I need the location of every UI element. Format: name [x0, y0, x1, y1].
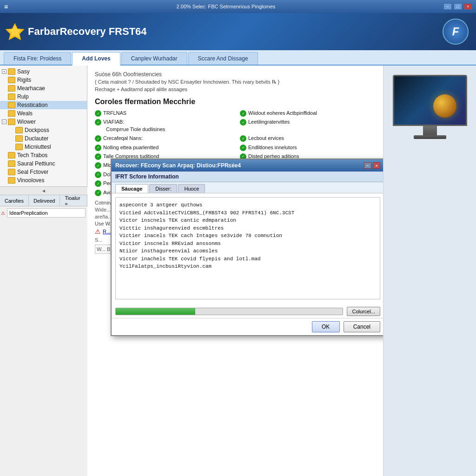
folder-seal: [8, 169, 15, 175]
check-icon-1: ✓: [95, 119, 101, 126]
tabs-bar: Fista Fire: Proidess Add Loves Canplev W…: [0, 50, 476, 66]
title-bar: 🖥 2.00% Selec: FBC Setrmenrious Pinglome…: [0, 0, 476, 13]
bottom-tab-carofies[interactable]: Carofies: [0, 195, 29, 206]
log-line-5: Victior inscnels RREviad anssonms: [119, 240, 376, 248]
progress-bar: [115, 308, 343, 315]
log-line-7: Victor inachels TEK covid flyepis and lo…: [119, 255, 376, 263]
check-item-r2: ✓ Lecbout ervices: [240, 135, 376, 142]
folder-vinooloves: [8, 177, 15, 184]
log-line-8: YcilFalatps_incbusiRtyvion.cam: [119, 263, 376, 271]
sidebar-item-wiower[interactable]: − Wiower: [0, 118, 87, 126]
bottom-search-input[interactable]: [7, 208, 86, 218]
expand-sasy[interactable]: +: [2, 69, 7, 74]
tab-1[interactable]: Add Loves: [72, 52, 120, 66]
sidebar-item-tech-trabos[interactable]: Tech Trabos: [0, 151, 87, 159]
check-icon-3: ✓: [95, 145, 101, 151]
dialog-close-button[interactable]: ×: [373, 162, 380, 169]
heading2: { Ceta malnoit ? / Shoutaded by NSC Ensa…: [95, 79, 376, 85]
folder-resstication: [8, 102, 15, 108]
check-item-0: ✓ TRFLNAS: [95, 110, 231, 117]
bottom-tab-delirveed[interactable]: Delirveed: [29, 195, 60, 206]
bottom-tab-tioalur[interactable]: Tioalur »: [60, 195, 87, 206]
monitor-base: : [414, 135, 446, 139]
error-badge: ⚠: [95, 228, 101, 235]
scroll-left-icon[interactable]: ◄: [41, 188, 46, 193]
sidebar-item-mearhacae[interactable]: Mearhacae: [0, 84, 87, 93]
star-icon: [6, 22, 24, 41]
progress-bar-fill: [116, 308, 195, 315]
check-icon-r1: ✓: [240, 119, 246, 126]
check-item-r0: ✓ Wiidout eoheres Actbpinffidoal: [240, 110, 376, 117]
app-logo-right: F: [443, 19, 469, 45]
check-icon-r3: ✓: [240, 145, 246, 151]
folder-weals: [8, 110, 15, 117]
app-title: FarbarRecovery FRST64: [28, 26, 147, 38]
folder-duclauter: [15, 135, 23, 142]
check-icon-2: ✓: [95, 135, 101, 142]
tab-2[interactable]: Canplev Wurhadar: [121, 52, 187, 65]
sidebar-item-dockposs[interactable]: Dockposs: [0, 126, 87, 134]
log-line-1: Victied AdctvaliteCTViCBRS_(FRBST43 902 …: [119, 209, 376, 217]
content-area: + Sasy Rigits Mearhacae Rulp: [0, 66, 476, 476]
ok-button[interactable]: OK: [312, 321, 340, 332]
check-icon-7: ✓: [95, 180, 101, 187]
sidebar-item-sasy[interactable]: + Sasy: [0, 67, 87, 76]
maximize-button[interactable]: □: [454, 3, 462, 10]
folder-rigits: [8, 77, 15, 83]
dialog-title-text: Recover: FEcony Scan Arpaq: Distiou:FPR≤…: [115, 162, 241, 169]
check-icon-r0: ✓: [240, 110, 246, 117]
check-icon-0: ✓: [95, 110, 101, 117]
monitor-screen: [393, 75, 467, 126]
sidebar-item-vinooloves[interactable]: Vinooloves: [0, 176, 87, 185]
sidebar-item-resstication[interactable]: Resstication: [0, 101, 87, 109]
app-window: FarbarRecovery FRST64 F Fista Fire: Proi…: [0, 13, 476, 476]
close-button[interactable]: ×: [464, 3, 472, 10]
monitor-globe: [433, 94, 456, 118]
dialog-tab-2[interactable]: Huoce: [178, 184, 205, 193]
folder-mearhacae: [8, 85, 15, 92]
log-line-0: aspeconte 3 antgeer quthows: [119, 201, 376, 209]
dialog-minimize-button[interactable]: −: [364, 162, 371, 169]
cancel-scan-button[interactable]: Colurcel...: [347, 307, 380, 316]
expand-wiower[interactable]: −: [2, 119, 7, 124]
heading1: Suóse 66h Ooofriestencies: [95, 71, 376, 78]
dialog-title-bar: Recover: FEcony Scan Arpaq: Distiou:FPR≤…: [112, 159, 383, 172]
dialog-tab-1[interactable]: Disser:: [149, 184, 177, 193]
sidebar-item-rulp[interactable]: Rulp: [0, 93, 87, 101]
folder-rulp: [8, 93, 15, 100]
folder-wiower: [8, 119, 15, 125]
folder-micniuttesl: [15, 144, 23, 150]
log-line-6: Ntiior insthagureenvial acomsles: [119, 247, 376, 255]
tab-3[interactable]: Sccare And Dissage: [188, 52, 258, 65]
check-item-1: ✓ VIAFIAB: Comprrue Tiole dudlisines: [95, 119, 231, 133]
sidebar-item-seal[interactable]: Seal Fctover: [0, 168, 87, 176]
log-line-3: Victtic inshagureenvied escmbltres: [119, 225, 376, 232]
link1[interactable]: R...: [103, 229, 111, 234]
app-header: FarbarRecovery FRST64 F: [0, 13, 476, 50]
check-icon-4: ✓: [95, 153, 101, 160]
dialog-tabs: Sáucage Disser: Huoce: [112, 182, 383, 193]
sidebar: + Sasy Rigits Mearhacae Rulp: [0, 66, 87, 186]
app-logo: FarbarRecovery FRST64: [6, 22, 147, 41]
monitor: : [393, 75, 467, 139]
cancel-button[interactable]: Cancel: [344, 321, 380, 332]
sidebar-item-duclauter[interactable]: Duclauter: [0, 134, 87, 143]
check-item-r3: ✓ Endlitlones innelutors: [240, 144, 376, 151]
minimize-button[interactable]: −: [443, 3, 452, 10]
dialog-title-controls: − ×: [364, 162, 380, 169]
sidebar-item-rigits[interactable]: Rigits: [0, 76, 87, 84]
check-item-2: ✓ Crecafeqal Nans:: [95, 135, 231, 142]
sidebar-item-micniuttesl[interactable]: Micniuttesl: [0, 143, 87, 151]
log-line-2: Victor inscnels TEK cantic edmparation: [119, 217, 376, 225]
check-icon-r2: ✓: [240, 135, 246, 142]
sidebar-item-saural[interactable]: Saural Pettiunc: [0, 159, 87, 168]
main-content: Suóse 66h Ooofriestencies { Ceta malnoit…: [87, 66, 383, 476]
title-bar-controls: − □ ×: [443, 3, 472, 10]
monitor-area: : [383, 66, 476, 476]
dialog-tab-0[interactable]: Sáucage: [115, 184, 148, 193]
sidebar-item-weals[interactable]: Weals: [0, 109, 87, 118]
folder-dockposs: [15, 127, 23, 133]
folder-sasy: [8, 68, 15, 75]
tab-0[interactable]: Fista Fire: Proidess: [4, 52, 71, 65]
title-bar-icon: 🖥: [4, 4, 8, 9]
